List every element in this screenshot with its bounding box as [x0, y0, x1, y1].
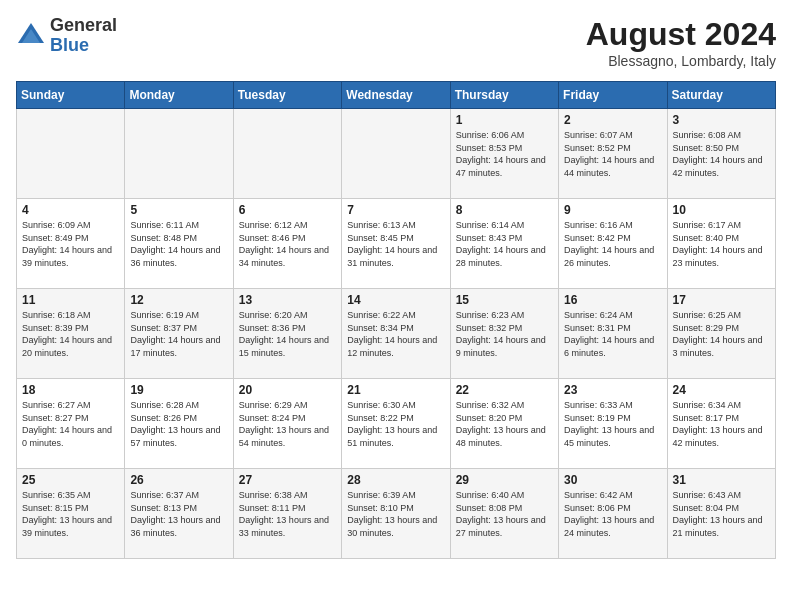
day-number: 31: [673, 473, 770, 487]
day-info: Sunrise: 6:23 AM Sunset: 8:32 PM Dayligh…: [456, 309, 553, 359]
day-info: Sunrise: 6:40 AM Sunset: 8:08 PM Dayligh…: [456, 489, 553, 539]
day-number: 22: [456, 383, 553, 397]
calendar-cell: [233, 109, 341, 199]
calendar-cell: 4Sunrise: 6:09 AM Sunset: 8:49 PM Daylig…: [17, 199, 125, 289]
day-info: Sunrise: 6:13 AM Sunset: 8:45 PM Dayligh…: [347, 219, 444, 269]
day-info: Sunrise: 6:14 AM Sunset: 8:43 PM Dayligh…: [456, 219, 553, 269]
day-info: Sunrise: 6:43 AM Sunset: 8:04 PM Dayligh…: [673, 489, 770, 539]
day-number: 11: [22, 293, 119, 307]
calendar-cell: 6Sunrise: 6:12 AM Sunset: 8:46 PM Daylig…: [233, 199, 341, 289]
day-info: Sunrise: 6:09 AM Sunset: 8:49 PM Dayligh…: [22, 219, 119, 269]
calendar-cell: 30Sunrise: 6:42 AM Sunset: 8:06 PM Dayli…: [559, 469, 667, 559]
logo-general-text: General: [50, 15, 117, 35]
month-year-title: August 2024: [586, 16, 776, 53]
day-number: 19: [130, 383, 227, 397]
weekday-header-wednesday: Wednesday: [342, 82, 450, 109]
day-info: Sunrise: 6:24 AM Sunset: 8:31 PM Dayligh…: [564, 309, 661, 359]
calendar-cell: 28Sunrise: 6:39 AM Sunset: 8:10 PM Dayli…: [342, 469, 450, 559]
calendar-cell: 15Sunrise: 6:23 AM Sunset: 8:32 PM Dayli…: [450, 289, 558, 379]
day-number: 26: [130, 473, 227, 487]
day-info: Sunrise: 6:08 AM Sunset: 8:50 PM Dayligh…: [673, 129, 770, 179]
day-number: 8: [456, 203, 553, 217]
logo-blue-text: Blue: [50, 35, 89, 55]
day-number: 27: [239, 473, 336, 487]
day-number: 9: [564, 203, 661, 217]
calendar-cell: 31Sunrise: 6:43 AM Sunset: 8:04 PM Dayli…: [667, 469, 775, 559]
day-number: 4: [22, 203, 119, 217]
weekday-header-saturday: Saturday: [667, 82, 775, 109]
day-info: Sunrise: 6:28 AM Sunset: 8:26 PM Dayligh…: [130, 399, 227, 449]
day-number: 23: [564, 383, 661, 397]
logo: General Blue: [16, 16, 117, 56]
day-number: 28: [347, 473, 444, 487]
calendar-cell: 8Sunrise: 6:14 AM Sunset: 8:43 PM Daylig…: [450, 199, 558, 289]
day-info: Sunrise: 6:17 AM Sunset: 8:40 PM Dayligh…: [673, 219, 770, 269]
day-number: 14: [347, 293, 444, 307]
calendar-week-row: 25Sunrise: 6:35 AM Sunset: 8:15 PM Dayli…: [17, 469, 776, 559]
weekday-header-thursday: Thursday: [450, 82, 558, 109]
day-info: Sunrise: 6:30 AM Sunset: 8:22 PM Dayligh…: [347, 399, 444, 449]
calendar-cell: 22Sunrise: 6:32 AM Sunset: 8:20 PM Dayli…: [450, 379, 558, 469]
day-info: Sunrise: 6:06 AM Sunset: 8:53 PM Dayligh…: [456, 129, 553, 179]
calendar-cell: 19Sunrise: 6:28 AM Sunset: 8:26 PM Dayli…: [125, 379, 233, 469]
day-info: Sunrise: 6:42 AM Sunset: 8:06 PM Dayligh…: [564, 489, 661, 539]
day-number: 18: [22, 383, 119, 397]
day-info: Sunrise: 6:18 AM Sunset: 8:39 PM Dayligh…: [22, 309, 119, 359]
day-info: Sunrise: 6:29 AM Sunset: 8:24 PM Dayligh…: [239, 399, 336, 449]
calendar-cell: 9Sunrise: 6:16 AM Sunset: 8:42 PM Daylig…: [559, 199, 667, 289]
calendar-cell: [342, 109, 450, 199]
day-number: 3: [673, 113, 770, 127]
day-info: Sunrise: 6:35 AM Sunset: 8:15 PM Dayligh…: [22, 489, 119, 539]
weekday-header-row: SundayMondayTuesdayWednesdayThursdayFrid…: [17, 82, 776, 109]
logo-icon: [16, 21, 46, 51]
calendar-cell: 12Sunrise: 6:19 AM Sunset: 8:37 PM Dayli…: [125, 289, 233, 379]
day-info: Sunrise: 6:33 AM Sunset: 8:19 PM Dayligh…: [564, 399, 661, 449]
calendar-cell: 26Sunrise: 6:37 AM Sunset: 8:13 PM Dayli…: [125, 469, 233, 559]
title-block: August 2024 Blessagno, Lombardy, Italy: [586, 16, 776, 69]
day-number: 17: [673, 293, 770, 307]
calendar-week-row: 4Sunrise: 6:09 AM Sunset: 8:49 PM Daylig…: [17, 199, 776, 289]
calendar-cell: 27Sunrise: 6:38 AM Sunset: 8:11 PM Dayli…: [233, 469, 341, 559]
day-info: Sunrise: 6:11 AM Sunset: 8:48 PM Dayligh…: [130, 219, 227, 269]
day-info: Sunrise: 6:20 AM Sunset: 8:36 PM Dayligh…: [239, 309, 336, 359]
calendar-cell: 23Sunrise: 6:33 AM Sunset: 8:19 PM Dayli…: [559, 379, 667, 469]
calendar-cell: [125, 109, 233, 199]
calendar-cell: 18Sunrise: 6:27 AM Sunset: 8:27 PM Dayli…: [17, 379, 125, 469]
day-number: 24: [673, 383, 770, 397]
calendar-cell: 20Sunrise: 6:29 AM Sunset: 8:24 PM Dayli…: [233, 379, 341, 469]
calendar-cell: 17Sunrise: 6:25 AM Sunset: 8:29 PM Dayli…: [667, 289, 775, 379]
calendar-cell: 5Sunrise: 6:11 AM Sunset: 8:48 PM Daylig…: [125, 199, 233, 289]
day-info: Sunrise: 6:39 AM Sunset: 8:10 PM Dayligh…: [347, 489, 444, 539]
calendar-cell: 16Sunrise: 6:24 AM Sunset: 8:31 PM Dayli…: [559, 289, 667, 379]
day-number: 5: [130, 203, 227, 217]
day-number: 16: [564, 293, 661, 307]
calendar-cell: 7Sunrise: 6:13 AM Sunset: 8:45 PM Daylig…: [342, 199, 450, 289]
calendar-week-row: 11Sunrise: 6:18 AM Sunset: 8:39 PM Dayli…: [17, 289, 776, 379]
day-info: Sunrise: 6:25 AM Sunset: 8:29 PM Dayligh…: [673, 309, 770, 359]
calendar-cell: 2Sunrise: 6:07 AM Sunset: 8:52 PM Daylig…: [559, 109, 667, 199]
day-number: 10: [673, 203, 770, 217]
day-number: 1: [456, 113, 553, 127]
day-info: Sunrise: 6:07 AM Sunset: 8:52 PM Dayligh…: [564, 129, 661, 179]
calendar-cell: 29Sunrise: 6:40 AM Sunset: 8:08 PM Dayli…: [450, 469, 558, 559]
day-number: 12: [130, 293, 227, 307]
calendar-cell: 24Sunrise: 6:34 AM Sunset: 8:17 PM Dayli…: [667, 379, 775, 469]
day-info: Sunrise: 6:38 AM Sunset: 8:11 PM Dayligh…: [239, 489, 336, 539]
calendar-week-row: 18Sunrise: 6:27 AM Sunset: 8:27 PM Dayli…: [17, 379, 776, 469]
day-info: Sunrise: 6:12 AM Sunset: 8:46 PM Dayligh…: [239, 219, 336, 269]
calendar-table: SundayMondayTuesdayWednesdayThursdayFrid…: [16, 81, 776, 559]
day-number: 30: [564, 473, 661, 487]
day-info: Sunrise: 6:16 AM Sunset: 8:42 PM Dayligh…: [564, 219, 661, 269]
day-info: Sunrise: 6:32 AM Sunset: 8:20 PM Dayligh…: [456, 399, 553, 449]
calendar-cell: [17, 109, 125, 199]
day-info: Sunrise: 6:37 AM Sunset: 8:13 PM Dayligh…: [130, 489, 227, 539]
day-info: Sunrise: 6:19 AM Sunset: 8:37 PM Dayligh…: [130, 309, 227, 359]
calendar-cell: 11Sunrise: 6:18 AM Sunset: 8:39 PM Dayli…: [17, 289, 125, 379]
page-header: General Blue August 2024 Blessagno, Lomb…: [16, 16, 776, 69]
day-number: 2: [564, 113, 661, 127]
weekday-header-monday: Monday: [125, 82, 233, 109]
calendar-cell: 3Sunrise: 6:08 AM Sunset: 8:50 PM Daylig…: [667, 109, 775, 199]
day-number: 6: [239, 203, 336, 217]
calendar-cell: 21Sunrise: 6:30 AM Sunset: 8:22 PM Dayli…: [342, 379, 450, 469]
weekday-header-friday: Friday: [559, 82, 667, 109]
